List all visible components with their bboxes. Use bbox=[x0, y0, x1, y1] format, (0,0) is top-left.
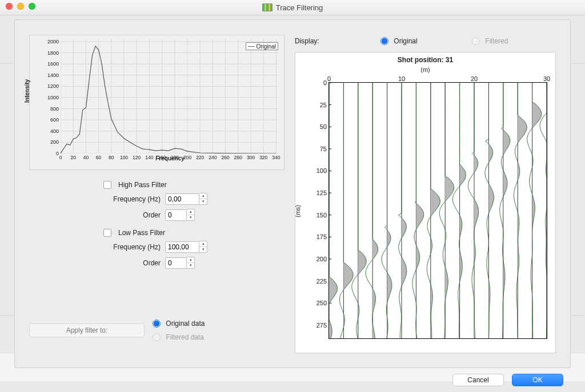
chevron-up-icon[interactable]: ▴ bbox=[199, 241, 207, 247]
low-pass-label: Low Pass Filter bbox=[118, 229, 165, 237]
spectrum-chart: Intensity Original Frequency 02040608010… bbox=[29, 35, 285, 170]
wiggle-title: Shot position: 31 bbox=[295, 56, 555, 64]
spectrum-legend: Original bbox=[246, 42, 278, 50]
cancel-button-label: Cancel bbox=[467, 376, 488, 384]
apply-filtered-label: Filtered data bbox=[166, 333, 204, 341]
cancel-button[interactable]: Cancel bbox=[452, 374, 504, 386]
wiggle-plot-area bbox=[329, 83, 547, 338]
highpass-freq-label: Frequency (Hz) bbox=[106, 195, 161, 203]
chevron-up-icon[interactable]: ▴ bbox=[199, 193, 207, 199]
display-selector: Display: Original Filtered bbox=[295, 37, 553, 45]
spectrum-ylabel: Intensity bbox=[24, 79, 30, 102]
filter-controls: High Pass Filter Frequency (Hz) ▴ ▾ Orde… bbox=[29, 177, 283, 273]
apply-filter-button[interactable]: Apply filter to: bbox=[29, 324, 145, 337]
legend-original-label: Original bbox=[257, 43, 276, 50]
highpass-order-label: Order bbox=[106, 211, 161, 219]
high-pass-checkbox[interactable] bbox=[103, 181, 111, 189]
lowpass-order-label: Order bbox=[106, 259, 161, 267]
apply-filter-label: Apply filter to: bbox=[66, 326, 108, 334]
highpass-frequency-stepper[interactable]: ▴ ▾ bbox=[199, 193, 207, 205]
high-pass-label: High Pass Filter bbox=[118, 181, 167, 189]
apply-filtered-radio bbox=[153, 333, 161, 341]
ok-button[interactable]: OK bbox=[512, 374, 563, 386]
chevron-down-icon[interactable]: ▾ bbox=[187, 215, 194, 220]
chevron-down-icon[interactable]: ▾ bbox=[199, 199, 207, 204]
display-filtered-radio bbox=[472, 37, 480, 45]
lowpass-frequency-stepper[interactable]: ▴ ▾ bbox=[199, 241, 207, 253]
apply-original-radio-row[interactable]: Original data bbox=[153, 320, 205, 328]
chevron-down-icon[interactable]: ▾ bbox=[199, 247, 207, 252]
display-filtered-radio-row: Filtered bbox=[472, 37, 508, 45]
highpass-order-stepper[interactable]: ▴ ▾ bbox=[187, 209, 195, 221]
apply-original-label: Original data bbox=[166, 320, 205, 328]
wiggle-subtitle: (m) bbox=[295, 66, 555, 73]
apply-filter-row: Apply filter to: Original data Filtered … bbox=[29, 320, 283, 341]
lowpass-order-input[interactable] bbox=[165, 257, 187, 269]
display-label: Display: bbox=[295, 37, 380, 45]
wiggle-ylabel: (ms) bbox=[294, 205, 301, 217]
highpass-frequency-input[interactable] bbox=[165, 193, 199, 205]
apply-original-radio[interactable] bbox=[153, 320, 161, 328]
dialog-footer: Cancel OK bbox=[452, 374, 563, 386]
lowpass-freq-label: Frequency (Hz) bbox=[106, 243, 161, 251]
zoom-window-button[interactable] bbox=[29, 3, 35, 10]
chevron-down-icon[interactable]: ▾ bbox=[187, 263, 194, 268]
chevron-up-icon[interactable]: ▴ bbox=[187, 209, 194, 215]
titlebar: PNGPDFODT ←→↔ ⊕⊖≈ ≈◧✶ Trace Filtering bbox=[0, 0, 585, 15]
ok-button-label: OK bbox=[532, 376, 542, 384]
window-title: Trace Filtering bbox=[276, 3, 323, 12]
display-original-radio[interactable] bbox=[380, 37, 388, 45]
lowpass-frequency-input[interactable] bbox=[165, 241, 199, 253]
lowpass-order-stepper[interactable]: ▴ ▾ bbox=[187, 257, 195, 269]
window-controls bbox=[6, 3, 35, 10]
display-filtered-label: Filtered bbox=[485, 37, 508, 45]
close-window-button[interactable] bbox=[6, 3, 13, 10]
titlebar-icon bbox=[262, 3, 273, 11]
display-original-radio-row[interactable]: Original bbox=[380, 37, 472, 45]
apply-filtered-radio-row: Filtered data bbox=[153, 333, 205, 341]
spectrum-plot-area bbox=[61, 39, 279, 153]
highpass-order-input[interactable] bbox=[165, 209, 187, 221]
display-original-label: Original bbox=[394, 37, 417, 45]
low-pass-checkbox[interactable] bbox=[103, 229, 111, 237]
dialog-body: Intensity Original Frequency 02040608010… bbox=[14, 19, 571, 368]
wiggle-pane: Shot position: 31 (m) (ms) 0102030025507… bbox=[295, 52, 556, 353]
chevron-up-icon[interactable]: ▴ bbox=[187, 257, 194, 263]
minimize-window-button[interactable] bbox=[17, 3, 24, 10]
